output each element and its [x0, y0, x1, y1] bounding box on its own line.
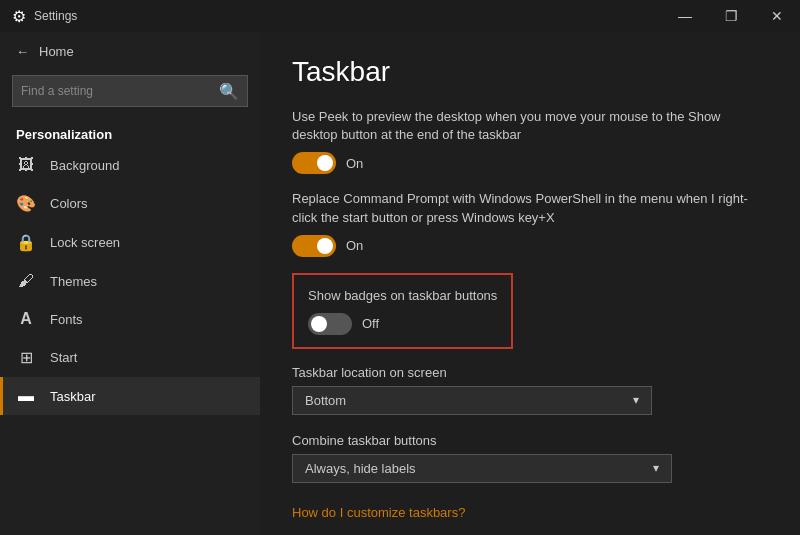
peek-toggle-status: On: [346, 156, 363, 171]
sidebar-item-background[interactable]: 🖼 Background: [0, 146, 260, 184]
sidebar-item-label: Background: [50, 158, 119, 173]
location-label: Taskbar location on screen: [292, 365, 768, 380]
location-dropdown[interactable]: Bottom ▾: [292, 386, 652, 415]
sidebar-item-lock-screen[interactable]: 🔒 Lock screen: [0, 223, 260, 262]
peek-setting: Use Peek to preview the desktop when you…: [292, 108, 768, 174]
search-input[interactable]: [21, 84, 219, 98]
sidebar-item-colors[interactable]: 🎨 Colors: [0, 184, 260, 223]
badges-highlight-box: Show badges on taskbar buttons Off: [292, 273, 513, 349]
minimize-button[interactable]: —: [662, 0, 708, 32]
replace-toggle[interactable]: [292, 235, 336, 257]
location-setting: Taskbar location on screen Bottom ▾: [292, 365, 768, 415]
chevron-down-icon: ▾: [633, 393, 639, 407]
app-body: ← Home 🔍 Personalization 🖼 Background 🎨 …: [0, 32, 800, 535]
sidebar: ← Home 🔍 Personalization 🖼 Background 🎨 …: [0, 32, 260, 535]
chevron-down-icon: ▾: [653, 461, 659, 475]
replace-toggle-row: On: [292, 235, 768, 257]
colors-icon: 🎨: [16, 194, 36, 213]
lock-icon: 🔒: [16, 233, 36, 252]
sidebar-item-start[interactable]: ⊞ Start: [0, 338, 260, 377]
start-icon: ⊞: [16, 348, 36, 367]
search-icon: 🔍: [219, 82, 239, 101]
replace-label: Replace Command Prompt with Windows Powe…: [292, 190, 768, 226]
badges-toggle[interactable]: [308, 313, 352, 335]
titlebar-title: Settings: [34, 9, 77, 23]
sidebar-item-fonts[interactable]: A Fonts: [0, 300, 260, 338]
maximize-button[interactable]: ❐: [708, 0, 754, 32]
peek-label: Use Peek to preview the desktop when you…: [292, 108, 768, 144]
home-label: Home: [39, 44, 74, 59]
settings-icon: ⚙: [12, 7, 26, 26]
titlebar-left: ⚙ Settings: [12, 7, 77, 26]
badges-label: Show badges on taskbar buttons: [308, 287, 497, 305]
location-value: Bottom: [305, 393, 346, 408]
replace-toggle-status: On: [346, 238, 363, 253]
customize-link[interactable]: How do I customize taskbars?: [292, 505, 465, 520]
badges-toggle-status: Off: [362, 316, 379, 331]
fonts-icon: A: [16, 310, 36, 328]
combine-value: Always, hide labels: [305, 461, 416, 476]
combine-setting: Combine taskbar buttons Always, hide lab…: [292, 433, 768, 483]
replace-toggle-knob: [317, 238, 333, 254]
peek-toggle-row: On: [292, 152, 768, 174]
titlebar-controls: — ❐ ✕: [662, 0, 800, 32]
background-icon: 🖼: [16, 156, 36, 174]
sidebar-item-label: Start: [50, 350, 77, 365]
sidebar-back-button[interactable]: ← Home: [0, 32, 260, 71]
sidebar-item-label: Fonts: [50, 312, 83, 327]
sidebar-item-label: Lock screen: [50, 235, 120, 250]
badges-toggle-row: Off: [308, 313, 497, 335]
back-icon: ←: [16, 44, 29, 59]
peek-toggle-knob: [317, 155, 333, 171]
taskbar-icon: ▬: [16, 387, 36, 405]
sidebar-item-label: Themes: [50, 274, 97, 289]
peek-toggle[interactable]: [292, 152, 336, 174]
sidebar-section-title: Personalization: [0, 119, 260, 146]
sidebar-search-box[interactable]: 🔍: [12, 75, 248, 107]
replace-setting: Replace Command Prompt with Windows Powe…: [292, 190, 768, 256]
combine-dropdown[interactable]: Always, hide labels ▾: [292, 454, 672, 483]
badges-toggle-knob: [311, 316, 327, 332]
titlebar: ⚙ Settings — ❐ ✕: [0, 0, 800, 32]
sidebar-item-themes[interactable]: 🖌 Themes: [0, 262, 260, 300]
combine-label: Combine taskbar buttons: [292, 433, 768, 448]
themes-icon: 🖌: [16, 272, 36, 290]
page-title: Taskbar: [292, 56, 768, 88]
content-area: Taskbar Use Peek to preview the desktop …: [260, 32, 800, 535]
sidebar-item-label: Taskbar: [50, 389, 96, 404]
sidebar-item-label: Colors: [50, 196, 88, 211]
sidebar-item-taskbar[interactable]: ▬ Taskbar: [0, 377, 260, 415]
close-button[interactable]: ✕: [754, 0, 800, 32]
